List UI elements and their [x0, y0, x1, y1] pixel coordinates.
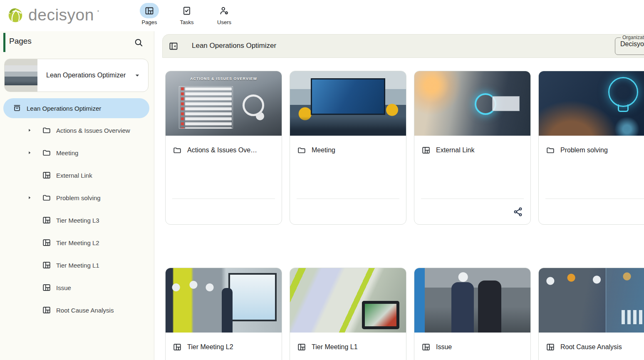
nav-item-pill[interactable]	[140, 3, 159, 18]
card-footer	[539, 199, 644, 224]
card-footer	[290, 199, 406, 224]
logo-text: decisyon	[28, 5, 94, 25]
nav-item-pill[interactable]	[177, 3, 196, 18]
card-image	[290, 268, 406, 333]
tree-item-external-link[interactable]: External Link	[0, 164, 154, 186]
nav-item-label: Pages	[142, 19, 157, 25]
project-selector-label: Lean Operations Optimizer	[46, 72, 133, 79]
dashboard-icon	[42, 283, 51, 292]
card-footer	[414, 199, 530, 224]
card-tier-meeting-l1[interactable]: Tier Meeting L1	[290, 268, 406, 360]
folder-icon	[42, 126, 51, 135]
pages-sidebar: Pages Lean Operations Optimizer Lean Ope…	[0, 31, 154, 360]
expand-arrow-icon[interactable]	[27, 150, 32, 156]
sidebar-accent-bar	[3, 33, 5, 52]
tree-item-root-cause-analysis[interactable]: Root Cause Analysis	[0, 299, 154, 321]
card-meeting[interactable]: Meeting	[290, 71, 406, 225]
expand-arrow-icon[interactable]	[27, 195, 32, 201]
folder-icon	[546, 146, 555, 155]
card-image	[166, 268, 282, 333]
inbox-icon	[12, 104, 22, 113]
tree-item-label: Tier Meeting L3	[56, 217, 99, 224]
card-issue[interactable]: Issue	[414, 268, 531, 360]
folder-icon	[173, 146, 182, 155]
card-title-row: Issue	[414, 333, 530, 352]
nav-item-label: Users	[217, 19, 231, 25]
card-title-row: Tier Meeting L1	[290, 333, 406, 352]
dashboard-icon	[42, 305, 51, 315]
card-title: Root Cause Analysis	[560, 343, 622, 351]
folder-icon	[42, 193, 51, 202]
dashboard-icon	[546, 343, 555, 352]
folder-icon	[42, 148, 51, 157]
card-image	[539, 268, 644, 333]
nav-item-pill[interactable]	[215, 3, 234, 18]
card-title: Tier Meeting L2	[187, 343, 233, 351]
card-root-cause-analysis[interactable]: Root Cause Analysis	[538, 268, 644, 360]
tree-item-tier-meeting-l3[interactable]: Tier Meeting L3	[0, 209, 154, 231]
project-selector[interactable]: Lean Operations Optimizer	[4, 59, 149, 92]
card-title-row: External Link	[414, 136, 530, 155]
tree-item-tier-meeting-l1[interactable]: Tier Meeting L1	[0, 254, 154, 276]
nav-item-pages[interactable]: Pages	[136, 3, 163, 25]
dashboard-icon	[42, 216, 51, 225]
collapse-sidebar-icon[interactable]	[168, 41, 178, 51]
card-title: Actions & Issues Overview	[187, 146, 258, 154]
search-icon[interactable]	[134, 37, 144, 47]
folder-icon	[297, 146, 306, 155]
card-image	[414, 268, 530, 333]
cards-area: ACTIONS & ISSUES OVERVIEW Actions & Issu…	[154, 58, 644, 360]
caret-down-icon	[133, 71, 141, 79]
share-icon[interactable]	[513, 206, 523, 217]
tree-item-problem-solving[interactable]: Problem solving	[0, 186, 154, 209]
tree-item-label: Tier Meeting L2	[56, 239, 99, 246]
tree-item-meeting[interactable]: Meeting	[0, 142, 154, 164]
tree-item-label: Tier Meeting L1	[56, 262, 99, 269]
dashboard-icon	[42, 238, 51, 247]
dashboard-icon	[421, 146, 431, 155]
tree-root-label: Lean Operations Optimizer	[27, 105, 101, 112]
dashboard-icon	[42, 171, 51, 180]
tree-item-tier-meeting-l2[interactable]: Tier Meeting L2	[0, 231, 154, 254]
sidebar-title: Pages	[9, 37, 32, 46]
card-title-row: Root Cause Analysis	[539, 333, 644, 352]
card-row-1: ACTIONS & ISSUES OVERVIEW Actions & Issu…	[165, 71, 644, 225]
main-header-bar: Lean Operations Optimizer	[162, 34, 644, 58]
tree-item-label: Meeting	[56, 149, 78, 156]
nav-item-label: Tasks	[180, 19, 193, 25]
card-footer	[166, 199, 282, 224]
tree-item-label: External Link	[56, 172, 92, 179]
page-title: Lean Operations Optimizer	[192, 42, 276, 50]
tree-item-label: Problem solving	[56, 194, 101, 201]
decisyon-logo-icon	[6, 5, 25, 24]
tree-item-issue[interactable]: Issue	[0, 276, 154, 299]
card-tier-meeting-l2[interactable]: Tier Meeting L2	[165, 268, 282, 360]
dashboard-icon	[173, 343, 182, 352]
dashboard-icon	[42, 261, 51, 270]
tree-root-lean-operations-optimizer[interactable]: Lean Operations Optimizer	[3, 98, 149, 118]
card-problem-solving[interactable]: Problem solving	[538, 71, 644, 225]
tree-item-actions-issues-overview[interactable]: Actions & Issues Overview	[0, 119, 154, 142]
tree-item-label: Actions & Issues Overview	[56, 127, 130, 134]
organization-selector[interactable]: Organization Decisyon	[615, 35, 644, 55]
expand-arrow-icon[interactable]	[27, 127, 32, 133]
nav-item-users[interactable]: Users	[211, 3, 238, 25]
card-image: ACTIONS & ISSUES OVERVIEW	[166, 71, 282, 136]
top-app-bar: decisyon • Pages Tasks Users	[0, 0, 644, 31]
organization-label: Organization	[621, 35, 644, 40]
card-image	[539, 71, 644, 136]
card-title-row: Actions & Issues Overview	[166, 136, 282, 155]
decisyon-logo: decisyon •	[6, 5, 99, 25]
nav-item-tasks[interactable]: Tasks	[173, 3, 201, 25]
pages-tree: Lean Operations Optimizer Actions & Issu…	[0, 98, 154, 321]
card-image-caption: ACTIONS & ISSUES OVERVIEW	[190, 77, 257, 81]
card-image	[414, 71, 530, 136]
card-actions-issues-overview[interactable]: ACTIONS & ISSUES OVERVIEW Actions & Issu…	[165, 71, 282, 225]
project-thumbnail	[5, 59, 37, 92]
card-title: Meeting	[312, 146, 335, 154]
organization-value: Decisyon	[620, 40, 644, 48]
card-external-link[interactable]: External Link	[414, 71, 531, 225]
card-title: Problem solving	[560, 146, 608, 154]
card-image	[290, 71, 406, 136]
tree-children: Actions & Issues Overview Meeting Extern…	[0, 119, 154, 321]
